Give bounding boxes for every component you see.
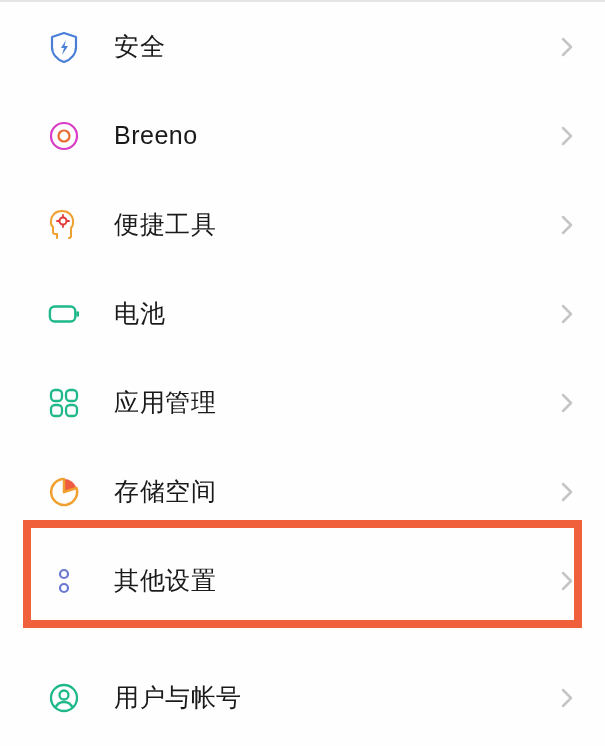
svg-rect-10: [66, 390, 77, 401]
svg-point-1: [59, 130, 70, 141]
chevron-right-icon: [559, 479, 575, 505]
svg-rect-9: [51, 390, 62, 401]
settings-list: 安全 Breeno 便捷工具: [0, 2, 605, 742]
settings-item-other-settings[interactable]: 其他设置: [0, 536, 605, 625]
settings-item-label: 电池: [114, 297, 559, 330]
svg-point-16: [60, 584, 68, 592]
chevron-right-icon: [559, 123, 575, 149]
svg-point-0: [51, 123, 77, 149]
svg-point-18: [60, 690, 69, 699]
more-dots-icon: [48, 565, 80, 597]
svg-rect-8: [76, 311, 79, 317]
breeno-circle-icon: [48, 120, 80, 152]
settings-item-convenience-tools[interactable]: 便捷工具: [0, 180, 605, 269]
settings-item-app-management[interactable]: 应用管理: [0, 358, 605, 447]
head-gear-icon: [48, 209, 80, 241]
settings-item-label: 用户与帐号: [114, 681, 559, 714]
user-circle-icon: [48, 682, 80, 714]
svg-point-2: [60, 217, 67, 224]
settings-item-breeno[interactable]: Breeno: [0, 91, 605, 180]
settings-item-label: 便捷工具: [114, 208, 559, 241]
settings-item-label: Breeno: [114, 121, 559, 150]
chevron-right-icon: [559, 212, 575, 238]
pie-storage-icon: [48, 476, 80, 508]
settings-item-label: 其他设置: [114, 564, 559, 597]
svg-rect-7: [50, 306, 75, 321]
settings-item-label: 安全: [114, 30, 559, 63]
chevron-right-icon: [559, 301, 575, 327]
shield-bolt-icon: [48, 31, 80, 63]
settings-item-user-accounts[interactable]: 用户与帐号: [0, 653, 605, 742]
svg-rect-11: [51, 405, 62, 416]
svg-rect-12: [66, 405, 77, 416]
chevron-right-icon: [559, 568, 575, 594]
settings-item-security[interactable]: 安全: [0, 2, 605, 91]
chevron-right-icon: [559, 685, 575, 711]
chevron-right-icon: [559, 34, 575, 60]
settings-item-storage[interactable]: 存储空间: [0, 447, 605, 536]
apps-grid-icon: [48, 387, 80, 419]
svg-point-15: [60, 570, 68, 578]
settings-item-label: 存储空间: [114, 475, 559, 508]
chevron-right-icon: [559, 390, 575, 416]
battery-icon: [48, 298, 80, 330]
settings-item-label: 应用管理: [114, 386, 559, 419]
settings-item-battery[interactable]: 电池: [0, 269, 605, 358]
